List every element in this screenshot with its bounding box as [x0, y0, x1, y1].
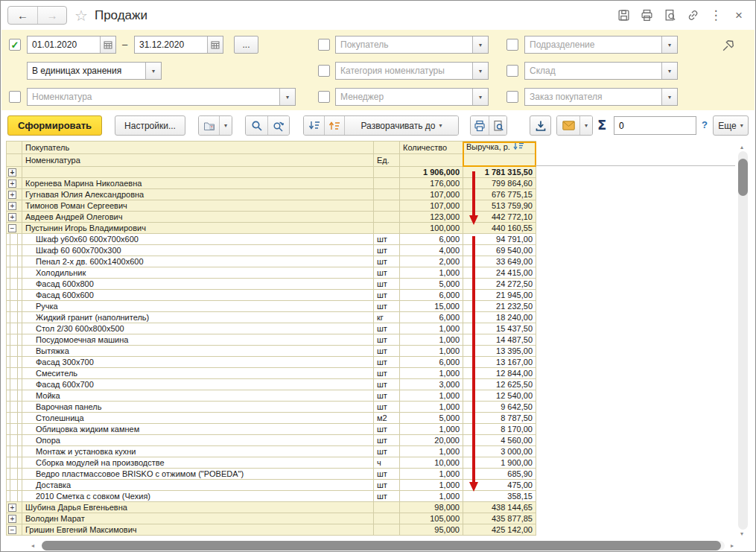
- cell-unit[interactable]: шт: [374, 267, 400, 279]
- cell-quantity[interactable]: 95,000: [400, 524, 463, 536]
- cell-unit[interactable]: ч: [374, 457, 400, 469]
- cell-unit[interactable]: шт: [374, 346, 400, 357]
- cell-name[interactable]: Гугнавая Юлия Александровна: [22, 189, 374, 200]
- table-row[interactable]: Шкаф у60х60 600х700х600шт6,00094 791,00: [7, 234, 536, 245]
- period-from-input[interactable]: [28, 37, 100, 53]
- vertical-scrollbar[interactable]: ▴ ▾: [737, 142, 751, 539]
- chevron-down-icon[interactable]: ▾: [661, 89, 677, 105]
- cell-name[interactable]: Шкаф у60х60 600х700х600: [22, 234, 374, 245]
- cell-name[interactable]: Фасад 300х700: [22, 357, 374, 368]
- cell-name[interactable]: Авдеев Андрей Олегович: [22, 212, 374, 223]
- cell-name[interactable]: Столешница: [22, 413, 374, 424]
- cell-unit[interactable]: [374, 513, 400, 524]
- cell-quantity[interactable]: 1,000: [400, 469, 463, 480]
- cell-quantity[interactable]: 1 906,000: [400, 167, 463, 178]
- table-row[interactable]: −Гришин Евгений Максимович95,000425 142,…: [7, 524, 536, 536]
- forward-button[interactable]: →: [37, 7, 66, 24]
- cell-name[interactable]: Смеситель: [22, 368, 374, 379]
- table-row[interactable]: Монтаж и установка кухништ1,0003 000,00: [7, 446, 536, 457]
- cell-name[interactable]: Холодильник: [22, 267, 374, 279]
- settings-button[interactable]: Настройки...: [115, 115, 185, 136]
- nomenclature-input[interactable]: [28, 89, 279, 105]
- cell-quantity[interactable]: 105,000: [400, 513, 463, 524]
- cell-revenue[interactable]: 435 877,85: [463, 513, 536, 524]
- cell-quantity[interactable]: 1,000: [400, 267, 463, 279]
- cell-quantity[interactable]: 3,000: [400, 379, 463, 390]
- cell-name[interactable]: Доставка: [22, 480, 374, 491]
- chevron-down-icon[interactable]: ▾: [579, 116, 592, 135]
- cell-name[interactable]: Ведро пластмассовое BRISKO с отжимом ("P…: [22, 469, 374, 480]
- cell-quantity[interactable]: 1,000: [400, 491, 463, 502]
- table-row[interactable]: Облицовка жидким камнемшт1,0008 170,00: [7, 424, 536, 435]
- table-row[interactable]: +Шубина Дарья Евгеньевна98,000438 144,65: [7, 502, 536, 513]
- cell-name[interactable]: Володин Марат: [22, 513, 374, 524]
- cell-unit[interactable]: [374, 189, 400, 200]
- collapse-group-box[interactable]: −: [8, 526, 16, 534]
- cell-unit[interactable]: шт: [374, 334, 400, 346]
- cell-unit[interactable]: шт: [374, 245, 400, 256]
- cell-name[interactable]: Вытяжка: [22, 346, 374, 357]
- table-row[interactable]: Доставкашт1,000475,00: [7, 480, 536, 491]
- table-row[interactable]: Мойкашт1,00012 540,00: [7, 390, 536, 402]
- cell-quantity[interactable]: 5,000: [400, 413, 463, 424]
- table-row[interactable]: Шкаф 60 600х700х300шт4,00069 540,00: [7, 245, 536, 256]
- expand-to-button[interactable]: Разворачивать до ▾: [344, 116, 458, 135]
- table-row[interactable]: Холодильникшт1,00024 415,00: [7, 267, 536, 279]
- cell-quantity[interactable]: 6,000: [400, 234, 463, 245]
- cell-name[interactable]: Сборка модулей на производстве: [22, 457, 374, 469]
- help-icon[interactable]: ?: [702, 119, 708, 130]
- table-row[interactable]: Смесительшт1,00012 844,00: [7, 368, 536, 379]
- cell-name[interactable]: Фасад 600х800: [22, 279, 374, 290]
- table-row[interactable]: +Авдеев Андрей Олегович123,000442 772,10: [7, 212, 536, 223]
- cell-unit[interactable]: [374, 212, 400, 223]
- scroll-up-icon[interactable]: ▴: [740, 144, 743, 150]
- buyer-checkbox[interactable]: [318, 39, 330, 51]
- collapse-groups-icon[interactable]: [304, 116, 324, 135]
- table-row[interactable]: +Коренева Марина Николаевна176,000799 86…: [7, 178, 536, 189]
- cell-unit[interactable]: шт: [374, 469, 400, 480]
- print-report-icon[interactable]: [471, 116, 489, 135]
- chevron-down-icon[interactable]: ▾: [661, 63, 677, 79]
- cell-quantity[interactable]: 1,000: [400, 368, 463, 379]
- cell-quantity[interactable]: 6,000: [400, 312, 463, 323]
- more-menu-icon[interactable]: ⋮: [709, 9, 722, 22]
- cell-unit[interactable]: шт: [374, 424, 400, 435]
- chevron-down-icon[interactable]: ▾: [145, 63, 161, 79]
- nomenclature-checkbox[interactable]: [9, 91, 21, 103]
- cell-name[interactable]: Гришин Евгений Максимович: [22, 524, 374, 536]
- cell-name[interactable]: Пенал 2-х дв. 600х1400х600: [22, 256, 374, 267]
- expand-groups-icon[interactable]: [324, 116, 344, 135]
- warehouse-input[interactable]: [525, 63, 661, 79]
- more-button[interactable]: Еще ▾: [713, 115, 749, 136]
- units-mode-input[interactable]: [28, 63, 145, 79]
- table-row[interactable]: Фасад 600х800шт5,00024 272,50: [7, 279, 536, 290]
- favorite-star-icon[interactable]: ☆: [74, 7, 88, 25]
- save-icon[interactable]: [617, 9, 630, 22]
- cell-unit[interactable]: шт: [374, 491, 400, 502]
- cell-name[interactable]: Монтаж и установка кухни: [22, 446, 374, 457]
- warehouse-checkbox[interactable]: [506, 65, 518, 77]
- cell-unit[interactable]: [374, 223, 400, 234]
- chevron-down-icon[interactable]: ▾: [661, 37, 677, 53]
- expand-group-box[interactable]: +: [8, 168, 16, 177]
- search-icon[interactable]: [246, 116, 267, 135]
- print-preview-icon[interactable]: [663, 9, 676, 22]
- print-icon[interactable]: [640, 9, 653, 22]
- table-row[interactable]: +Тимонов Роман Сергеевич107,000513 759,9…: [7, 200, 536, 212]
- table-row[interactable]: −Пустынин Игорь Владимирович100,000440 1…: [7, 223, 536, 234]
- cell-unit[interactable]: шт: [374, 301, 400, 312]
- back-button[interactable]: ←: [8, 7, 37, 24]
- table-row[interactable]: Посудомоечная машинашт1,00014 487,50: [7, 334, 536, 346]
- cell-unit[interactable]: шт: [374, 279, 400, 290]
- cell-name[interactable]: Шубина Дарья Евгеньевна: [22, 502, 374, 513]
- link-icon[interactable]: [686, 9, 699, 22]
- table-row[interactable]: 2010 Сметка с совком (Чехия)шт1,000358,1…: [7, 491, 536, 502]
- cell-quantity[interactable]: 1,000: [400, 424, 463, 435]
- cell-name[interactable]: [22, 167, 374, 178]
- table-row[interactable]: Ручкашт15,00021 232,50: [7, 301, 536, 312]
- cell-name[interactable]: Облицовка жидким камнем: [22, 424, 374, 435]
- table-row[interactable]: Сборка модулей на производствеч10,0001 9…: [7, 457, 536, 469]
- expand-group-box[interactable]: +: [8, 180, 16, 188]
- cell-name[interactable]: Ручка: [22, 301, 374, 312]
- generate-button[interactable]: Сформировать: [7, 115, 102, 136]
